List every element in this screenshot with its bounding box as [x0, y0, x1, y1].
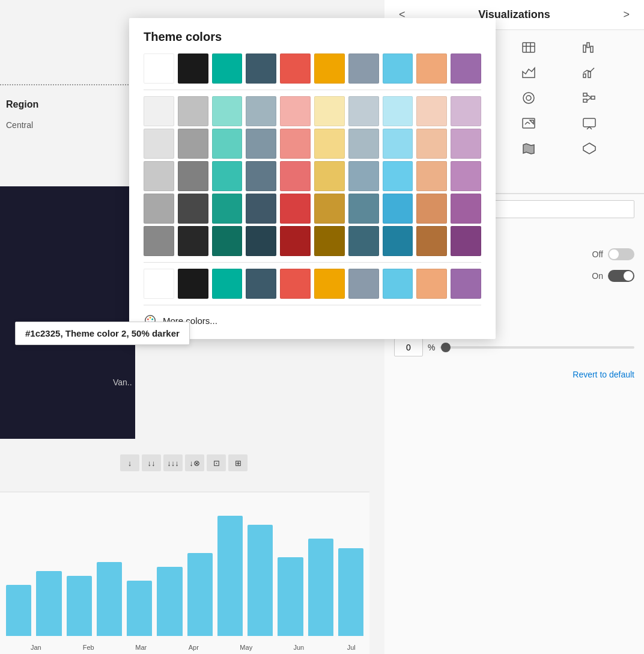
- color-swatch-cell[interactable]: [314, 269, 345, 299]
- color-swatch-cell[interactable]: [212, 96, 243, 126]
- transparency-slider[interactable]: [440, 346, 634, 349]
- color-swatch-cell[interactable]: [314, 161, 345, 191]
- viz-icon-filled-map[interactable]: [515, 137, 542, 160]
- more-colors-row[interactable]: More colors...: [144, 311, 481, 329]
- color-swatch-cell[interactable]: [451, 226, 481, 256]
- viz-icon-slash[interactable]: [576, 137, 603, 160]
- chart-bar: [278, 557, 303, 636]
- dark-chart-panel: Van..: [0, 186, 135, 439]
- color-swatch-cell[interactable]: [451, 96, 481, 126]
- color-swatch-cell[interactable]: [451, 269, 481, 299]
- color-swatch-cell[interactable]: [451, 129, 481, 159]
- color-swatch-cell[interactable]: [383, 129, 413, 159]
- ou-toggle[interactable]: [608, 270, 634, 282]
- color-swatch-cell[interactable]: [280, 226, 311, 256]
- color-swatch-cell[interactable]: [246, 226, 276, 256]
- color-swatch-cell[interactable]: [314, 226, 345, 256]
- color-swatch-cell[interactable]: [144, 269, 174, 299]
- color-swatch-cell[interactable]: [383, 161, 413, 191]
- color-swatch-cell[interactable]: [314, 194, 345, 224]
- viz-icon-area[interactable]: [515, 61, 542, 84]
- color-swatch-cell[interactable]: [348, 96, 379, 126]
- color-swatch-cell[interactable]: [383, 53, 413, 84]
- color-swatch-cell[interactable]: [144, 53, 174, 84]
- color-swatch-cell[interactable]: [144, 161, 174, 191]
- revert-btn[interactable]: Revert to default: [573, 370, 634, 379]
- color-swatch-cell[interactable]: [348, 53, 379, 84]
- toolbar-btn[interactable]: ↓: [120, 454, 139, 471]
- toolbar-btn[interactable]: ↓↓: [142, 454, 161, 471]
- color-swatch-cell[interactable]: [178, 53, 208, 84]
- chart-bar: [308, 539, 333, 636]
- color-swatch-cell[interactable]: [178, 226, 208, 256]
- color-swatch-cell[interactable]: [178, 194, 208, 224]
- toolbar-btn[interactable]: ↓⊗: [185, 454, 204, 471]
- color-swatch-cell[interactable]: [280, 53, 311, 84]
- chart-bar: [6, 585, 31, 636]
- color-swatch-cell[interactable]: [144, 96, 174, 126]
- color-swatch-cell[interactable]: [348, 269, 379, 299]
- color-swatch-cell[interactable]: [451, 53, 481, 84]
- color-swatch-cell[interactable]: [348, 161, 379, 191]
- color-swatch-cell[interactable]: [212, 161, 243, 191]
- color-swatch-cell[interactable]: [212, 226, 243, 256]
- svg-line-27: [587, 95, 591, 98]
- color-swatch-cell[interactable]: [383, 226, 413, 256]
- color-swatch-cell[interactable]: [246, 53, 276, 84]
- color-swatch-cell[interactable]: [416, 53, 447, 84]
- color-swatch-cell[interactable]: [246, 96, 276, 126]
- shade-rows: [144, 96, 481, 256]
- color-swatch-cell[interactable]: [348, 226, 379, 256]
- off-toggle[interactable]: [608, 248, 634, 260]
- viz-icon-donut[interactable]: [515, 87, 542, 109]
- color-swatch-cell[interactable]: [280, 269, 311, 299]
- color-swatch-cell[interactable]: [246, 161, 276, 191]
- viz-icon-waterfall[interactable]: [576, 36, 603, 59]
- color-swatch-cell[interactable]: [416, 194, 447, 224]
- toolbar-btn[interactable]: ⊡: [207, 454, 226, 471]
- color-swatch-cell[interactable]: [144, 194, 174, 224]
- viz-next-btn[interactable]: >: [618, 6, 634, 23]
- color-swatch-cell[interactable]: [178, 129, 208, 159]
- color-swatch-cell[interactable]: [348, 129, 379, 159]
- viz-icon-decomp[interactable]: [576, 87, 603, 109]
- color-swatch-cell[interactable]: [348, 194, 379, 224]
- color-swatch-cell[interactable]: [416, 129, 447, 159]
- color-swatch-cell[interactable]: [212, 269, 243, 299]
- color-swatch-cell[interactable]: [280, 161, 311, 191]
- color-swatch-cell[interactable]: [416, 226, 447, 256]
- toolbar-btn[interactable]: ⊞: [228, 454, 248, 471]
- color-swatch-cell[interactable]: [416, 161, 447, 191]
- toolbar-btn[interactable]: ↓↓↓: [163, 454, 183, 471]
- color-swatch-cell[interactable]: [212, 53, 243, 84]
- color-swatch-cell[interactable]: [178, 161, 208, 191]
- color-swatch-cell[interactable]: [314, 129, 345, 159]
- color-swatch-cell[interactable]: [416, 269, 447, 299]
- color-swatch-cell[interactable]: [212, 129, 243, 159]
- viz-icon-kpi[interactable]: [515, 112, 542, 135]
- color-swatch-cell[interactable]: [246, 194, 276, 224]
- color-swatch-cell[interactable]: [383, 269, 413, 299]
- viz-icon-chat[interactable]: [576, 112, 603, 135]
- viz-icon-combo[interactable]: [576, 61, 603, 84]
- color-swatch-cell[interactable]: [314, 53, 345, 84]
- color-swatch-cell[interactable]: [383, 194, 413, 224]
- color-swatch-cell[interactable]: [383, 96, 413, 126]
- color-swatch-cell[interactable]: [280, 96, 311, 126]
- color-swatch-cell[interactable]: [451, 194, 481, 224]
- color-swatch-cell[interactable]: [178, 96, 208, 126]
- color-swatch-cell[interactable]: [314, 96, 345, 126]
- color-swatch-cell[interactable]: [246, 269, 276, 299]
- color-swatch-cell[interactable]: [280, 129, 311, 159]
- transparency-input[interactable]: [394, 338, 423, 356]
- ou-toggle-label: On: [592, 271, 603, 281]
- color-swatch-cell[interactable]: [144, 129, 174, 159]
- color-swatch-cell[interactable]: [280, 194, 311, 224]
- viz-icon-table[interactable]: [515, 36, 542, 59]
- color-swatch-cell[interactable]: [451, 161, 481, 191]
- color-swatch-cell[interactable]: [416, 96, 447, 126]
- color-swatch-cell[interactable]: [144, 226, 174, 256]
- color-swatch-cell[interactable]: [212, 194, 243, 224]
- color-swatch-cell[interactable]: [246, 129, 276, 159]
- color-swatch-cell[interactable]: [178, 269, 208, 299]
